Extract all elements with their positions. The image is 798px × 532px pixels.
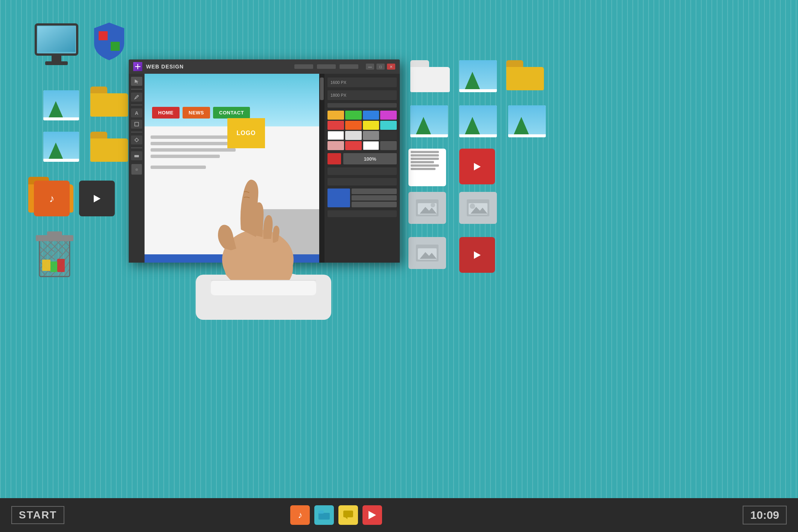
window-titlebar: WEB DESIGN — □ ✕	[129, 59, 400, 74]
pencil-tool[interactable]	[131, 93, 142, 102]
color-swatch-6[interactable]	[345, 121, 362, 130]
photo-tr-5[interactable]	[408, 192, 446, 224]
svg-rect-6	[111, 31, 120, 40]
taskbar: START ♪ 10:09	[0, 498, 798, 532]
color-swatch-14[interactable]	[345, 141, 362, 150]
svg-rect-44	[135, 122, 139, 126]
eraser-tool[interactable]	[131, 151, 142, 160]
shield-icon[interactable]	[90, 21, 128, 62]
canvas-nav: HOME NEWS CONTACT	[152, 107, 250, 119]
svg-point-34	[431, 203, 435, 207]
photo-tr-2[interactable]	[410, 105, 448, 137]
rect-tool[interactable]	[131, 120, 142, 129]
maximize-button[interactable]: □	[376, 64, 385, 70]
window-app-icon	[133, 62, 142, 71]
music-icon[interactable]: ♪	[34, 181, 70, 216]
svg-rect-4	[45, 61, 68, 65]
photo-tr-1[interactable]	[459, 60, 497, 92]
clock: 10:09	[743, 506, 787, 524]
svg-rect-8	[111, 42, 120, 51]
extra-tool[interactable]: ⊕	[131, 164, 142, 175]
panel-sm-bar-2	[352, 195, 397, 201]
svg-rect-27	[50, 261, 57, 272]
nav-home[interactable]: HOME	[152, 107, 180, 119]
photo-tr-6[interactable]	[459, 192, 497, 224]
svg-rect-26	[42, 260, 50, 271]
color-swatch-10[interactable]	[345, 131, 362, 140]
svg-rect-5	[99, 31, 108, 40]
color-swatch-5[interactable]	[327, 121, 344, 130]
svg-rect-53	[318, 511, 324, 514]
svg-rect-50	[211, 280, 316, 295]
svg-rect-28	[57, 259, 65, 272]
svg-rect-2	[38, 26, 75, 52]
svg-rect-3	[52, 55, 61, 62]
trash-icon[interactable]	[34, 230, 75, 282]
color-swatch-2[interactable]	[345, 111, 362, 120]
svg-rect-46	[134, 155, 139, 157]
svg-marker-55	[345, 517, 347, 519]
color-swatch-11[interactable]	[363, 131, 379, 140]
start-button[interactable]: START	[11, 506, 64, 524]
taskbar-folder-icon[interactable]	[314, 505, 334, 525]
color-swatch-1[interactable]	[327, 111, 344, 120]
taskbar-music-icon[interactable]: ♪	[290, 505, 310, 525]
panel-divider	[327, 103, 397, 108]
play-dark-icon[interactable]	[79, 181, 115, 216]
color-swatch-12[interactable]	[380, 131, 397, 140]
window-title: WEB DESIGN	[146, 64, 294, 70]
minimize-button[interactable]: —	[366, 64, 374, 70]
scrollbar-thumb[interactable]	[320, 78, 324, 100]
close-button[interactable]: ✕	[387, 64, 395, 70]
hand-overlay	[188, 132, 309, 282]
color-swatch-16[interactable]	[380, 141, 397, 150]
photo-tr-3[interactable]	[459, 105, 497, 137]
photo-icon-2[interactable]	[43, 132, 79, 162]
zoom-field[interactable]: 100%	[343, 153, 397, 164]
diamond-tool[interactable]	[131, 135, 142, 144]
photo-tr-4[interactable]	[508, 105, 546, 137]
play-red-icon-2[interactable]	[459, 237, 495, 273]
width-field[interactable]: 1600 PX	[327, 78, 397, 87]
color-swatch-15[interactable]	[363, 141, 379, 150]
select-tool[interactable]	[131, 77, 142, 86]
svg-rect-7	[99, 42, 108, 51]
color-swatch-4[interactable]	[380, 111, 397, 120]
svg-marker-45	[135, 138, 139, 142]
color-swatch-7[interactable]	[363, 121, 379, 130]
type-tool[interactable]: A	[131, 108, 142, 117]
photo-icon-1[interactable]	[43, 90, 79, 120]
taskbar-chat-icon[interactable]	[338, 505, 358, 525]
svg-rect-54	[343, 511, 353, 517]
panel-sm-bar-1	[352, 188, 397, 194]
svg-rect-30	[47, 231, 62, 237]
taskbar-icons: ♪	[290, 505, 382, 525]
nav-contact[interactable]: CONTACT	[213, 107, 250, 119]
taskbar-play-icon[interactable]	[362, 505, 382, 525]
panel-right-bars	[352, 188, 397, 207]
window-controls[interactable]: — □ ✕	[366, 64, 395, 70]
height-field[interactable]: 1800 PX	[327, 90, 397, 100]
svg-rect-52	[318, 513, 330, 520]
play-red-icon[interactable]	[459, 149, 495, 184]
svg-point-38	[470, 204, 475, 209]
left-toolbar: A ⊕	[129, 74, 145, 263]
nav-news[interactable]: NEWS	[183, 107, 210, 119]
photo-tr-7[interactable]	[408, 237, 446, 269]
color-swatch-8[interactable]	[380, 121, 397, 130]
panel-sm-bar-3	[352, 202, 397, 207]
color-swatch-3[interactable]	[363, 111, 379, 120]
monitor-icon[interactable]	[32, 21, 81, 70]
doc-icon[interactable]	[408, 149, 446, 186]
